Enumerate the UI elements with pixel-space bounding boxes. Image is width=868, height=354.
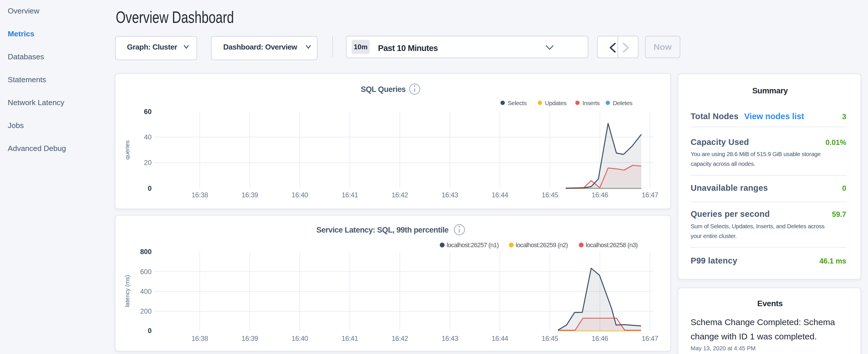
svg-text:400: 400: [140, 288, 152, 295]
svg-text:May 13, 2020 at 4:45 PM: May 13, 2020 at 4:45 PM: [691, 345, 756, 351]
svg-text:Inserts: Inserts: [583, 100, 600, 106]
svg-text:20: 20: [144, 159, 152, 166]
svg-text:Jobs: Jobs: [8, 121, 24, 130]
svg-text:Overview Dashboard: Overview Dashboard: [116, 8, 234, 27]
svg-text:View nodes list: View nodes list: [744, 112, 804, 121]
svg-text:800: 800: [140, 248, 152, 255]
svg-text:Unavailable ranges: Unavailable ranges: [691, 183, 768, 192]
svg-text:200: 200: [140, 307, 152, 315]
svg-text:Schema Change Completed: Schem: Schema Change Completed: Schema: [691, 317, 835, 327]
svg-text:Metrics: Metrics: [8, 30, 34, 38]
svg-text:0.01%: 0.01%: [826, 138, 846, 147]
svg-text:16:38: 16:38: [191, 334, 208, 342]
svg-text:Queries per second: Queries per second: [691, 210, 770, 219]
svg-text:Past 10 Minutes: Past 10 Minutes: [378, 43, 438, 53]
svg-text:16:42: 16:42: [392, 334, 408, 342]
svg-text:queries: queries: [124, 140, 130, 160]
svg-text:16:46: 16:46: [592, 334, 608, 342]
svg-text:0: 0: [148, 327, 152, 334]
svg-text:Service Latency: SQL, 99th per: Service Latency: SQL, 99th percentile: [316, 226, 449, 234]
svg-text:Overview: Overview: [8, 7, 39, 15]
svg-text:change with ID 1 was completed: change with ID 1 was completed.: [691, 332, 817, 341]
svg-text:Graph: Cluster: Graph: Cluster: [127, 43, 177, 51]
svg-text:60: 60: [144, 108, 152, 116]
svg-text:Capacity Used: Capacity Used: [691, 137, 749, 147]
svg-text:40: 40: [144, 133, 152, 141]
svg-text:3: 3: [842, 112, 846, 121]
svg-text:Deletes: Deletes: [613, 100, 632, 106]
svg-text:600: 600: [140, 268, 152, 276]
svg-text:16:40: 16:40: [291, 191, 308, 199]
svg-text:latency (ms): latency (ms): [124, 275, 130, 307]
svg-text:Summary: Summary: [752, 86, 788, 95]
svg-text:16:46: 16:46: [592, 191, 608, 199]
svg-text:16:41: 16:41: [342, 191, 358, 199]
svg-text:Network Latency: Network Latency: [8, 98, 64, 107]
svg-text:59.7: 59.7: [832, 210, 846, 218]
svg-text:0: 0: [148, 185, 152, 192]
svg-text:16:47: 16:47: [642, 334, 658, 342]
svg-text:16:39: 16:39: [242, 191, 258, 199]
svg-text:Advanced Debug: Advanced Debug: [8, 144, 66, 153]
svg-text:your entire cluster.: your entire cluster.: [691, 232, 737, 239]
svg-text:16:43: 16:43: [442, 334, 458, 342]
svg-text:46.1 ms: 46.1 ms: [819, 257, 846, 265]
svg-text:10m: 10m: [353, 43, 367, 51]
svg-text:Total Nodes: Total Nodes: [691, 112, 739, 121]
svg-text:16:45: 16:45: [541, 334, 558, 342]
svg-text:16:45: 16:45: [541, 191, 558, 199]
svg-text:P99 latency: P99 latency: [691, 256, 737, 265]
svg-text:Updates: Updates: [545, 100, 566, 106]
svg-text:16:43: 16:43: [442, 191, 458, 199]
svg-text:localhost:26257 (n1): localhost:26257 (n1): [447, 242, 499, 249]
svg-text:16:38: 16:38: [191, 191, 208, 199]
svg-text:Databases: Databases: [8, 53, 44, 61]
svg-text:16:44: 16:44: [492, 191, 508, 199]
svg-text:SQL Queries: SQL Queries: [361, 85, 405, 94]
svg-text:Now: Now: [654, 42, 672, 52]
svg-text:capacity across all nodes.: capacity across all nodes.: [691, 160, 755, 167]
svg-text:Events: Events: [757, 299, 783, 308]
svg-text:localhost:26258 (n3): localhost:26258 (n3): [586, 242, 638, 249]
svg-text:16:42: 16:42: [392, 191, 408, 199]
svg-text:localhost:26259 (n2): localhost:26259 (n2): [516, 242, 568, 249]
svg-text:You are using 28.6 MiB of 515.: You are using 28.6 MiB of 515.9 GiB usab…: [691, 151, 821, 157]
svg-text:0: 0: [842, 184, 846, 192]
svg-text:16:41: 16:41: [342, 334, 358, 342]
svg-text:Dashboard: Overview: Dashboard: Overview: [223, 43, 298, 51]
svg-text:Selects: Selects: [508, 100, 527, 106]
svg-text:16:39: 16:39: [242, 334, 258, 342]
svg-text:Sum of Selects, Updates, Inser: Sum of Selects, Updates, Inserts, and De…: [691, 223, 825, 229]
svg-text:16:40: 16:40: [291, 334, 308, 342]
svg-text:16:44: 16:44: [492, 334, 508, 342]
svg-text:16:47: 16:47: [642, 191, 658, 199]
svg-text:Statements: Statements: [8, 75, 46, 84]
